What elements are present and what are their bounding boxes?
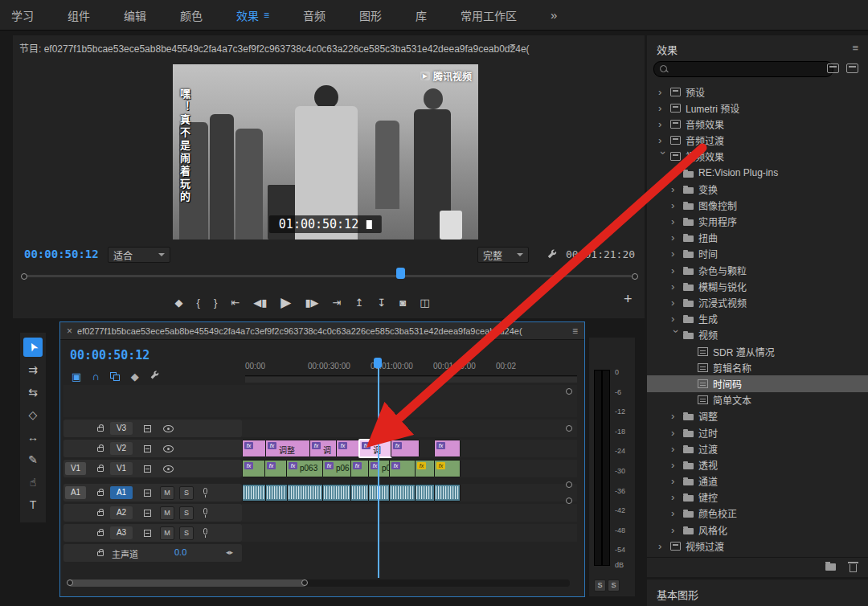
mark-in-button[interactable]: { — [197, 297, 200, 308]
track-lane-V3[interactable] — [242, 420, 577, 437]
menu-item-学习[interactable]: 学习 — [11, 7, 34, 23]
effects-tree-item-视频[interactable]: ›视频 — [647, 327, 868, 343]
timeline-clip[interactable]: fxp063 — [286, 460, 323, 477]
menu-item-图形[interactable]: 图形 — [359, 7, 382, 23]
menu-item-编辑[interactable]: 编辑 — [124, 7, 146, 23]
scrubber-start-dot[interactable] — [21, 273, 27, 280]
chevron-icon[interactable]: › — [671, 280, 682, 293]
timeline-clip[interactable]: fx调 — [359, 440, 391, 457]
sync-lock-icon[interactable] — [144, 445, 151, 452]
effects-tree-item-视频效果[interactable]: ›视频效果 — [647, 149, 868, 165]
effects-tree-item-调整[interactable]: ›调整 — [647, 408, 868, 424]
lock-icon[interactable] — [97, 447, 104, 452]
chevron-icon[interactable]: › — [671, 410, 682, 422]
lock-icon[interactable] — [97, 427, 104, 432]
panel-menu-icon[interactable]: ≡ — [852, 42, 858, 54]
settings-wrench-icon[interactable] — [547, 248, 558, 263]
chevron-icon[interactable]: › — [658, 118, 669, 130]
menu-item-颜色[interactable]: 颜色 — [180, 7, 203, 23]
workspace-menu-icon[interactable]: ≡ — [264, 10, 269, 21]
chevron-icon[interactable]: › — [671, 491, 682, 503]
track-name-A3[interactable]: A3 — [110, 526, 133, 539]
lock-icon[interactable] — [97, 511, 104, 516]
timeline-current-timecode[interactable]: 00:00:50:12 — [70, 348, 149, 362]
timeline-clip[interactable]: fx — [350, 460, 369, 477]
timeline-clip[interactable]: fx — [434, 440, 461, 457]
track-scroll-dot[interactable] — [566, 481, 572, 488]
effects-tree-item-模糊与锐化[interactable]: ›模糊与锐化 — [647, 278, 868, 294]
keyframe-nav-icon[interactable]: ◂▸ — [226, 548, 233, 556]
track-scroll-dot[interactable] — [566, 497, 572, 504]
slip-tool[interactable]: ↔ — [23, 428, 43, 447]
type-tool[interactable]: T — [23, 495, 43, 514]
chevron-icon[interactable]: › — [658, 86, 669, 98]
sync-lock-icon[interactable] — [144, 530, 151, 537]
horizontal-scrollbar-handle[interactable] — [68, 579, 306, 587]
track-lane-A2[interactable] — [242, 504, 577, 522]
timeline-clip[interactable] — [389, 484, 416, 502]
new-custom-bin-icon[interactable] — [825, 563, 836, 571]
source-patch-V1[interactable]: V1 — [65, 462, 86, 475]
track-lane-V1[interactable]: fxfxfxp063fxp06fxfxp06fxfxfx — [242, 460, 577, 477]
track-lane-A3[interactable] — [242, 524, 577, 542]
scrollbar-start-dot[interactable] — [67, 579, 73, 586]
chevron-icon[interactable]: › — [671, 297, 682, 309]
chevron-icon[interactable]: › — [671, 231, 682, 244]
effects-tree-item-通道[interactable]: ›通道 — [647, 473, 868, 489]
timeline-clip[interactable] — [242, 484, 266, 502]
effects-search-input[interactable] — [672, 63, 828, 76]
insert-as-nest-icon[interactable]: ▣ — [72, 371, 81, 382]
chevron-icon[interactable]: › — [670, 330, 682, 340]
mark-out-button[interactable]: } — [214, 297, 217, 308]
track-scroll-dot[interactable] — [566, 388, 572, 395]
chevron-icon[interactable]: › — [671, 248, 682, 260]
work-area-bar[interactable] — [245, 377, 577, 383]
effects-search-box[interactable] — [653, 61, 833, 77]
voiceover-mic-icon[interactable] — [203, 508, 207, 514]
lift-button[interactable]: ↥ — [354, 297, 363, 308]
chevron-icon[interactable]: › — [671, 264, 682, 276]
menu-overflow-icon[interactable]: » — [551, 8, 557, 22]
effects-tree-item-音频过渡[interactable]: ›音频过渡 — [647, 133, 868, 149]
lock-icon[interactable] — [97, 467, 104, 472]
source-patch-A1[interactable]: A1 — [65, 486, 86, 499]
effects-tree-item-杂色与颗粒[interactable]: ›杂色与颗粒 — [647, 262, 868, 278]
pen-tool[interactable]: ✎ — [23, 450, 43, 469]
effects-tree-item-时间码[interactable]: 时间码 — [647, 375, 868, 391]
mute-button[interactable]: M — [160, 526, 174, 540]
timeline-clip[interactable]: fx调整 — [265, 440, 310, 457]
mute-button[interactable]: M — [160, 506, 174, 520]
effects-tree-item-风格化[interactable]: ›风格化 — [647, 522, 868, 538]
track-output-icon[interactable] — [163, 465, 174, 473]
playhead-line[interactable] — [378, 359, 379, 578]
zoom-level-dropdown[interactable]: 适合 — [108, 247, 170, 263]
go-to-out-button[interactable]: ⇥ — [333, 297, 342, 308]
hand-tool[interactable]: ☝ — [23, 473, 43, 492]
effects-tree-item-Lumetri 预设[interactable]: ›Lumetri 预设 — [647, 100, 868, 116]
menu-item-库[interactable]: 库 — [416, 7, 427, 23]
scrollbar-end-dot[interactable] — [301, 579, 308, 586]
playhead-handle[interactable] — [374, 358, 382, 368]
effects-tree-item-过时[interactable]: ›过时 — [647, 424, 868, 440]
track-name-A2[interactable]: A2 — [110, 506, 133, 519]
chevron-icon[interactable]: › — [658, 134, 669, 146]
chevron-icon[interactable]: › — [671, 459, 682, 471]
effects-tree-item-过渡[interactable]: ›过渡 — [647, 440, 868, 457]
track-name-V2[interactable]: V2 — [110, 442, 133, 455]
chevron-icon[interactable]: › — [657, 151, 669, 162]
sync-lock-icon[interactable] — [144, 489, 151, 497]
effects-tree-item-透视[interactable]: ›透视 — [647, 457, 868, 473]
menu-item-组件[interactable]: 组件 — [68, 7, 90, 23]
go-to-in-button[interactable]: ⇤ — [231, 297, 240, 308]
chevron-icon[interactable]: › — [671, 475, 682, 487]
timeline-clip[interactable] — [287, 484, 323, 502]
program-scrubber[interactable] — [26, 275, 632, 277]
chevron-icon[interactable]: › — [671, 507, 682, 519]
effects-tree-item-剪辑名称[interactable]: 剪辑名称 — [647, 359, 868, 375]
effects-tree-item-时间[interactable]: ›时间 — [647, 246, 868, 262]
solo-button[interactable]: S — [179, 526, 194, 540]
track-output-icon[interactable] — [163, 425, 174, 432]
timeline-clip[interactable]: fx — [336, 440, 360, 457]
chevron-icon[interactable]: › — [671, 167, 682, 179]
chevron-icon[interactable]: › — [658, 102, 669, 114]
